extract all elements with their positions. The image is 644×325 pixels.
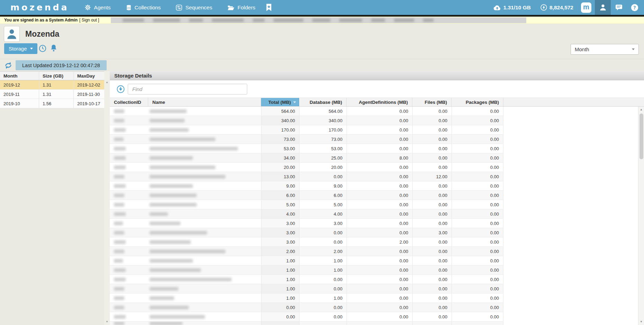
scrollbar-thumb[interactable] <box>639 114 643 159</box>
redacted-collection-id <box>114 137 124 141</box>
total-cell: 13.00 <box>261 172 299 181</box>
table-row[interactable]: 53.0053.000.000.000.00 <box>110 144 503 153</box>
month-filter-select[interactable]: Month <box>571 44 639 55</box>
agent-definitions-cell: 0.00 <box>347 191 412 200</box>
database-cell: 25.00 <box>299 153 347 162</box>
scroll-up-arrow-icon[interactable]: ▲ <box>640 108 643 111</box>
total-cell: 20.00 <box>261 163 299 172</box>
redacted-collection-id <box>114 193 124 197</box>
redacted-collection-id <box>114 184 126 188</box>
redacted-collection-id <box>114 250 124 253</box>
table-row[interactable]: 0.000.000.000.000.00 <box>110 312 503 322</box>
column-header-label: CollectionID <box>114 100 141 105</box>
table-row[interactable]: 6.006.000.000.000.00 <box>110 191 503 200</box>
redacted-text <box>153 19 180 22</box>
column-header-files[interactable]: Files (MB) <box>412 98 451 106</box>
collection-id-cell <box>110 107 148 116</box>
mozenda-app-icon[interactable]: m <box>581 2 591 13</box>
table-row[interactable]: 13.000.000.0012.000.00 <box>110 172 503 181</box>
table-row[interactable]: 0.000.000.000.000.00 <box>110 303 503 312</box>
collection-id-cell <box>110 200 148 209</box>
redacted-collection-id <box>114 212 126 216</box>
table-row[interactable]: 1.001.000.000.000.00 <box>110 294 503 303</box>
table-row[interactable]: 3.000.000.003.000.00 <box>110 228 503 237</box>
notifications-bell-icon[interactable] <box>51 44 57 52</box>
packages-cell: 0.00 <box>451 200 503 209</box>
table-row[interactable]: 1.001.000.000.000.00 <box>110 256 503 265</box>
redacted-collection-id <box>114 322 124 325</box>
help-button[interactable]: ? <box>627 0 643 15</box>
redacted-collection-id <box>114 296 124 300</box>
agent-definitions-cell: 0.00 <box>347 275 412 284</box>
column-header-db[interactable]: Database (MB) <box>299 98 347 106</box>
table-row[interactable]: 4.004.000.000.000.00 <box>110 209 503 219</box>
table-row[interactable]: 2.002.000.000.000.00 <box>110 247 503 256</box>
month-row[interactable]: 2019-101.562019-10-17 <box>0 99 104 108</box>
column-header-name[interactable]: Name <box>148 98 261 106</box>
table-row[interactable]: 3.000.002.000.000.00 <box>110 237 503 247</box>
left-panel-scrollbar[interactable]: ▲ ▼ <box>104 71 110 325</box>
scroll-up-arrow-icon[interactable]: ▲ <box>106 81 108 84</box>
mozenda-logo[interactable]: mozenda <box>10 2 69 12</box>
storage-dropdown-button[interactable]: Storage <box>4 43 37 54</box>
collection-id-cell <box>110 163 148 172</box>
files-cell: 0.00 <box>412 303 451 312</box>
table-row[interactable]: 340.00340.000.000.000.00 <box>110 116 503 125</box>
files-cell: 0.00 <box>412 219 451 228</box>
table-row[interactable]: 170.00170.000.000.000.00 <box>110 125 503 135</box>
month-row[interactable]: 2019-121.312019-12-02 <box>0 80 104 90</box>
table-row[interactable]: 20.0020.000.000.000.00 <box>110 163 503 172</box>
agent-definitions-cell <box>347 322 412 325</box>
table-row[interactable]: 564.00564.000.000.000.00 <box>110 107 503 116</box>
collection-name-cell <box>148 284 261 293</box>
storage-usage: 1.31/10 GB <box>493 4 531 11</box>
table-row[interactable]: 1.001.000.000.000.00 <box>110 265 503 275</box>
circle-down-arrow-icon[interactable] <box>117 85 125 93</box>
table-row[interactable]: 3.003.000.000.000.00 <box>110 219 503 228</box>
find-input[interactable] <box>128 84 247 94</box>
details-table-scrollbar[interactable]: ▲ ▼ <box>638 107 644 325</box>
month-row[interactable]: 2019-111.312019-11-30 <box>0 90 104 99</box>
month-col-header[interactable]: Month <box>0 72 39 80</box>
topbar: mozenda AgentsCollectionsSequencesFolder… <box>0 0 644 15</box>
collection-name-cell <box>148 144 261 153</box>
nav-item-sequences[interactable]: Sequences <box>176 4 212 11</box>
table-row[interactable]: 73.0073.000.000.000.00 <box>110 135 503 144</box>
nav-item-agents[interactable]: Agents <box>85 4 110 11</box>
agent-definitions-cell: 0.00 <box>347 284 412 293</box>
column-header-total[interactable]: Total (MB) <box>261 98 299 106</box>
schedule-clock-icon[interactable] <box>39 45 46 52</box>
header-filler <box>503 98 644 106</box>
signout-link[interactable]: [ Sign out ] <box>79 18 99 22</box>
chat-button[interactable] <box>611 0 627 15</box>
nav-item-collections[interactable]: Collections <box>126 4 161 11</box>
table-row[interactable]: 5.005.000.000.000.00 <box>110 200 503 209</box>
database-cell: 2.00 <box>299 247 347 256</box>
month-col-header[interactable]: MaxDay <box>74 72 104 80</box>
packages-cell: 0.00 <box>451 191 503 200</box>
agent-definitions-cell: 0.00 <box>347 125 412 134</box>
scroll-down-arrow-icon[interactable]: ▼ <box>640 321 643 323</box>
bookmark-icon[interactable] <box>266 4 272 11</box>
lightning-icon <box>540 4 547 11</box>
database-cell: 0.00 <box>299 312 347 321</box>
account-button[interactable] <box>595 0 611 15</box>
table-row[interactable]: 34.0025.008.000.000.00 <box>110 153 503 163</box>
table-row[interactable]: 1.000.000.000.000.00 <box>110 284 503 294</box>
column-header-label: AgentDefinitions (MB) <box>359 100 408 105</box>
table-row[interactable]: 9.009.000.000.000.00 <box>110 181 503 191</box>
month-col-header[interactable]: Size (GB) <box>39 72 74 80</box>
total-cell: 1.00 <box>261 284 299 293</box>
column-header-id[interactable]: CollectionID <box>110 98 148 106</box>
database-cell: 5.00 <box>299 200 347 209</box>
refresh-icon[interactable] <box>4 62 12 69</box>
redacted-collection-name <box>150 296 174 300</box>
table-row[interactable] <box>110 322 503 325</box>
column-header-pkg[interactable]: Packages (MB) <box>451 98 503 106</box>
table-row[interactable]: 1.000.000.000.000.00 <box>110 275 503 284</box>
redacted-text <box>123 19 144 22</box>
nav-item-folders[interactable]: Folders <box>227 4 256 11</box>
column-header-agdef[interactable]: AgentDefinitions (MB) <box>347 98 412 106</box>
scroll-down-arrow-icon[interactable]: ▼ <box>106 321 108 323</box>
column-header-label: Name <box>152 100 165 105</box>
